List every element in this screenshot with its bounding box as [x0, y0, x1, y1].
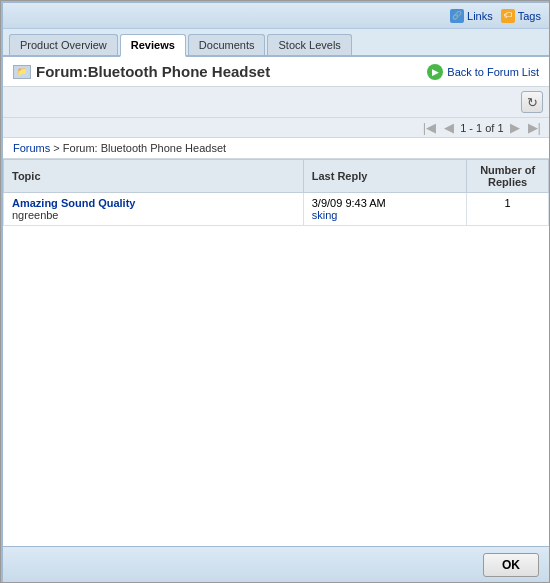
tab-stock-levels[interactable]: Stock Levels — [267, 34, 351, 55]
forum-title-text: Forum:Bluetooth Phone Headset — [36, 63, 270, 80]
tabs-bar: Product Overview Reviews Documents Stock… — [3, 29, 549, 57]
back-to-forum-button[interactable]: ▶ Back to Forum List — [427, 64, 539, 80]
tags-button[interactable]: 🏷 Tags — [501, 9, 541, 23]
col-num-replies: Number of Replies — [467, 160, 549, 193]
links-label: Links — [467, 10, 493, 22]
back-icon: ▶ — [427, 64, 443, 80]
links-button[interactable]: 🔗 Links — [450, 9, 493, 23]
forum-table: Topic Last Reply Number of Replies Amazi… — [3, 159, 549, 226]
forum-table-container: Topic Last Reply Number of Replies Amazi… — [3, 159, 549, 226]
next-page-button[interactable]: ▶ — [508, 120, 522, 135]
breadcrumb-forums-link[interactable]: Forums — [13, 142, 50, 154]
pagination-text: 1 - 1 of 1 — [460, 122, 503, 134]
pagination-row: |◀ ◀ 1 - 1 of 1 ▶ ▶| — [3, 118, 549, 138]
tab-reviews[interactable]: Reviews — [120, 34, 186, 57]
topic-cell: Amazing Sound Quality ngreenbe — [4, 193, 304, 226]
col-topic: Topic — [4, 160, 304, 193]
refresh-button[interactable]: ↻ — [521, 91, 543, 113]
topic-author: ngreenbe — [12, 209, 295, 221]
col-last-reply: Last Reply — [303, 160, 467, 193]
tab-product-overview[interactable]: Product Overview — [9, 34, 118, 55]
forum-title: 📁 Forum:Bluetooth Phone Headset — [13, 63, 270, 80]
top-toolbar: 🔗 Links 🏷 Tags — [3, 3, 549, 29]
breadcrumb-current: Forum: Bluetooth Phone Headset — [63, 142, 226, 154]
tags-label: Tags — [518, 10, 541, 22]
links-icon: 🔗 — [450, 9, 464, 23]
toolbar-strip: ↻ — [3, 87, 549, 118]
tags-icon: 🏷 — [501, 9, 515, 23]
last-reply-date: 3/9/09 9:43 AM — [312, 197, 459, 209]
prev-page-button[interactable]: ◀ — [442, 120, 456, 135]
breadcrumb: Forums > Forum: Bluetooth Phone Headset — [3, 138, 549, 159]
topic-title-link[interactable]: Amazing Sound Quality — [12, 197, 135, 209]
first-page-button[interactable]: |◀ — [421, 120, 438, 135]
table-row: Amazing Sound Quality ngreenbe 3/9/09 9:… — [4, 193, 549, 226]
last-reply-cell: 3/9/09 9:43 AM sking — [303, 193, 467, 226]
back-link-label: Back to Forum List — [447, 66, 539, 78]
forum-icon: 📁 — [13, 65, 31, 79]
ok-button[interactable]: OK — [483, 553, 539, 577]
last-page-button[interactable]: ▶| — [526, 120, 543, 135]
breadcrumb-separator: > — [50, 142, 63, 154]
forum-header: 📁 Forum:Bluetooth Phone Headset ▶ Back t… — [3, 57, 549, 87]
footer: OK — [3, 546, 549, 582]
tab-documents[interactable]: Documents — [188, 34, 266, 55]
last-reply-user-link[interactable]: sking — [312, 209, 338, 221]
content-area: 📁 Forum:Bluetooth Phone Headset ▶ Back t… — [3, 57, 549, 546]
replies-cell: 1 — [467, 193, 549, 226]
